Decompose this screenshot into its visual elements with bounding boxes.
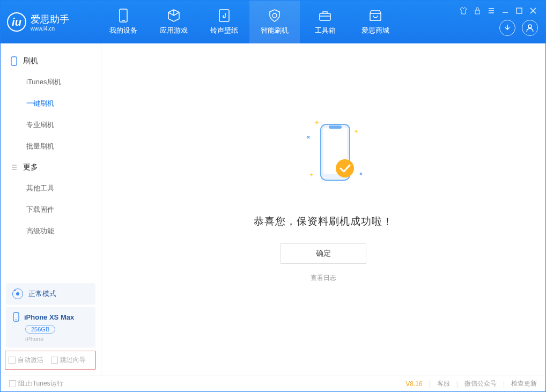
mode-label: 正常模式 — [28, 289, 56, 299]
maximize-icon[interactable] — [514, 6, 524, 16]
close-icon[interactable] — [528, 6, 538, 16]
tab-smart-flash[interactable]: 智能刷机 — [249, 1, 300, 43]
sidebar-item-one-click-flash[interactable]: 一键刷机 — [1, 93, 101, 114]
version-label: V8.16 — [405, 380, 422, 388]
sidebar-group-flash: 刷机 — [1, 51, 101, 71]
checkbox-label: 自动激活 — [18, 356, 43, 365]
group-title: 更多 — [23, 162, 38, 172]
sidebar-item-itunes-flash[interactable]: iTunes刷机 — [1, 71, 101, 93]
app-url: www.i4.cn — [31, 26, 69, 32]
sidebar-group-more: 更多 — [1, 157, 101, 177]
tab-label: 智能刷机 — [261, 26, 289, 35]
svg-rect-9 — [15, 320, 17, 320]
device-icon — [116, 9, 130, 23]
sidebar-item-other-tools[interactable]: 其他工具 — [1, 177, 101, 199]
download-button[interactable] — [499, 20, 515, 36]
main-content: 恭喜您，保资料刷机成功啦！ 确定 查看日志 — [101, 43, 545, 375]
sidebar: 刷机 iTunes刷机 一键刷机 专业刷机 批量刷机 更多 其他工具 下载固件 … — [1, 43, 101, 375]
sidebar-item-advanced[interactable]: 高级功能 — [1, 220, 101, 242]
svg-point-13 — [336, 159, 354, 177]
app-name: 爱思助手 — [31, 13, 69, 26]
store-icon — [368, 9, 382, 23]
list-icon — [10, 164, 18, 171]
app-logo-icon: iu — [7, 12, 26, 32]
cube-icon — [167, 9, 181, 23]
svg-rect-5 — [517, 8, 522, 13]
svg-rect-1 — [122, 20, 125, 21]
device-type: iPhone — [25, 336, 89, 342]
music-file-icon — [217, 9, 231, 23]
tab-label: 爱思商城 — [361, 26, 389, 35]
tab-label: 铃声壁纸 — [210, 26, 238, 35]
phone-outline-icon — [10, 56, 18, 66]
checkbox-label: 跳过向导 — [60, 356, 86, 365]
tab-my-device[interactable]: 我的设备 — [98, 1, 149, 43]
minimize-icon[interactable] — [500, 6, 510, 16]
footer-link-support[interactable]: 客服 — [437, 379, 450, 388]
tab-toolbox[interactable]: 工具箱 — [300, 1, 350, 43]
view-log-link[interactable]: 查看日志 — [311, 273, 336, 283]
flash-options: 自动激活 跳过向导 — [5, 351, 95, 369]
tab-ringtones[interactable]: 铃声壁纸 — [199, 1, 249, 43]
svg-rect-7 — [11, 57, 17, 65]
svg-rect-0 — [120, 9, 127, 22]
lock-icon[interactable] — [473, 6, 482, 16]
sidebar-item-pro-flash[interactable]: 专业刷机 — [1, 114, 101, 136]
logo-area: iu 爱思助手 www.i4.cn — [7, 12, 98, 32]
tab-apps-games[interactable]: 应用游戏 — [149, 1, 199, 43]
device-box[interactable]: iPhone XS Max 256GB iPhone — [6, 307, 95, 347]
svg-rect-3 — [320, 13, 330, 20]
footer-link-wechat[interactable]: 微信公众号 — [464, 379, 497, 388]
header: iu 爱思助手 www.i4.cn 我的设备 应用游戏 铃声壁纸 智能刷机 工具… — [1, 1, 545, 43]
sidebar-item-batch-flash[interactable]: 批量刷机 — [1, 136, 101, 157]
tab-label: 工具箱 — [315, 26, 336, 35]
shield-sync-icon — [268, 9, 282, 23]
svg-rect-12 — [329, 125, 342, 129]
svg-rect-4 — [475, 10, 479, 14]
mode-box[interactable]: 正常模式 — [6, 283, 95, 305]
tshirt-icon[interactable] — [459, 6, 468, 16]
device-storage: 256GB — [25, 325, 55, 334]
success-message: 恭喜您，保资料刷机成功啦！ — [254, 215, 393, 228]
phone-icon — [12, 312, 20, 322]
toolbox-icon — [318, 9, 332, 23]
checkbox-block-itunes[interactable]: 阻止iTunes运行 — [9, 379, 63, 388]
menu-icon[interactable] — [486, 6, 496, 16]
ok-button[interactable]: 确定 — [281, 243, 366, 264]
svg-point-6 — [528, 25, 532, 28]
tab-label: 我的设备 — [109, 26, 137, 35]
header-action-buttons — [499, 20, 538, 36]
success-illustration — [291, 115, 356, 190]
tab-store[interactable]: 爱思商城 — [350, 1, 401, 43]
checkbox-auto-activate[interactable]: 自动激活 — [9, 356, 43, 365]
tab-label: 应用游戏 — [160, 26, 188, 35]
group-title: 刷机 — [23, 56, 38, 66]
user-button[interactable] — [522, 20, 538, 36]
footer: 阻止iTunes运行 V8.16 | 客服 | 微信公众号 | 检查更新 — [1, 375, 545, 392]
sidebar-item-download-firmware[interactable]: 下载固件 — [1, 199, 101, 220]
checkbox-skip-guide[interactable]: 跳过向导 — [51, 356, 86, 365]
device-name: iPhone XS Max — [24, 313, 74, 321]
window-controls — [459, 6, 538, 16]
checkbox-label: 阻止iTunes运行 — [18, 379, 63, 388]
footer-link-update[interactable]: 检查更新 — [511, 379, 537, 388]
main-tabs: 我的设备 应用游戏 铃声壁纸 智能刷机 工具箱 爱思商城 — [98, 1, 401, 43]
sync-mode-icon — [12, 289, 23, 299]
